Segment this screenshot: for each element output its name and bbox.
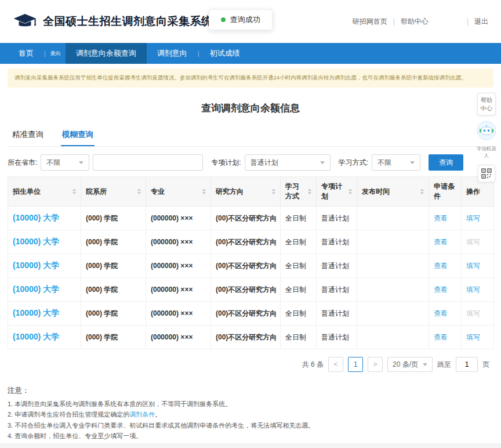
jump-page-input[interactable] [456, 357, 478, 372]
major-cell: (000000) ××× [146, 254, 211, 278]
robot-assistant-icon[interactable] [477, 121, 496, 140]
column-header-dept[interactable]: 院系所 [81, 177, 146, 207]
nav-adjustment-intention[interactable]: 调剂意向 [147, 43, 198, 64]
nav-yixiang[interactable]: 意向 [46, 43, 66, 64]
table-row: (10000) 大学 (000) 学院 (000000) ××× (00)不区分… [8, 207, 494, 230]
table-header-row: 招生单位 院系所 专业 研究方向 学习方式 专项计划 发布时间 申请条件 操作 [8, 177, 494, 207]
province-select-value: 不限 [46, 158, 60, 168]
sort-icon[interactable] [72, 189, 76, 194]
jump-label: 跳至 [437, 360, 451, 370]
view-conditions-link[interactable]: 查看 [434, 214, 448, 222]
brand: 全国硕士生招生调剂意向采集系统 [13, 12, 213, 31]
publish-time-cell [357, 207, 429, 230]
unit-link[interactable]: (10000) 大学 [13, 332, 59, 341]
study-mode-cell: 全日制 [281, 326, 317, 349]
main-content: 查询调剂意向余额信息 精准查询 模糊查询 所在省市: 不限 专项计划: 普通计划… [0, 102, 501, 448]
fill-intention-link[interactable]: 填写 [466, 286, 480, 294]
unit-link[interactable]: (10000) 大学 [13, 308, 59, 317]
sort-icon[interactable] [272, 189, 275, 194]
special-plan-cell: 普通计划 [317, 254, 357, 278]
notice-banner: 调剂意向采集服务系统仅用于招生单位提前掌握考生调剂意愿情况。参加调剂的考生可在调… [8, 68, 493, 88]
special-plan-select-value: 普通计划 [251, 158, 278, 168]
fill-intention-link[interactable]: 填写 [466, 333, 480, 341]
page-size-select[interactable]: 20 条/页 [387, 357, 433, 372]
view-conditions-link[interactable]: 查看 [434, 286, 448, 294]
top-header: 全国硕士生招生调剂意向采集系统 查询成功 研招网首页 | 帮助中心 | 退出 [0, 0, 501, 43]
prev-page-button[interactable]: < [328, 357, 343, 372]
special-plan-cell: 普通计划 [317, 302, 357, 326]
fill-intention-link[interactable]: 填写 [466, 214, 480, 222]
notes-section: 注意： 1. 本调剂意向采集系统与调剂服务系统有本质的区别，不等同于调剂服务系统… [8, 385, 493, 448]
sort-icon[interactable] [137, 189, 141, 194]
logout-link[interactable]: 退出 [474, 17, 488, 27]
success-dot-icon [221, 17, 226, 22]
special-plan-select[interactable]: 普通计划 [245, 154, 331, 171]
publish-time-cell [357, 326, 429, 349]
table-row: (10000) 大学 (000) 学院 (000000) ××× (00)不区分… [8, 326, 494, 349]
sort-icon[interactable] [202, 189, 206, 194]
province-label: 所在省市: [8, 158, 37, 168]
help-center-link[interactable]: 帮助中心 [401, 17, 429, 27]
study-mode-select[interactable]: 不限 [372, 154, 420, 171]
fill-intention-link[interactable]: 填写 [466, 262, 480, 270]
tab-precise-query[interactable]: 精准查询 [11, 123, 45, 146]
keyword-input[interactable] [93, 154, 203, 171]
column-header-publish-time[interactable]: 发布时间 [357, 177, 429, 207]
major-cell: (000000) ××× [146, 278, 211, 302]
nav-exam-score[interactable]: 初试成绩 [199, 43, 251, 64]
yanzhao-home-link[interactable]: 研招网首页 [353, 17, 387, 27]
direction-cell: (00)不区分研究方向 [211, 326, 281, 349]
unit-link[interactable]: (10000) 大学 [13, 284, 59, 294]
current-page-button[interactable]: 1 [348, 357, 363, 372]
table-row: (10000) 大学 (000) 学院 (000000) ××× (00)不区分… [8, 254, 494, 278]
unit-link[interactable]: (10000) 大学 [13, 237, 59, 246]
dept-cell: (000) 学院 [81, 207, 146, 230]
column-header-unit[interactable]: 招生单位 [8, 177, 81, 207]
column-header-apply-conditions: 申请条件 [429, 177, 462, 207]
direction-cell: (00)不区分研究方向 [211, 278, 281, 302]
table-row: (10000) 大学 (000) 学院 (000000) ××× (00)不区分… [8, 230, 494, 254]
unit-link[interactable]: (10000) 大学 [13, 261, 59, 270]
total-count: 共 6 条 [302, 360, 324, 370]
publish-time-cell [357, 278, 429, 302]
view-conditions-link[interactable]: 查看 [434, 238, 448, 246]
view-conditions-link[interactable]: 查看 [434, 309, 448, 317]
view-conditions-link[interactable]: 查看 [434, 333, 448, 341]
help-center-float-button[interactable]: 帮助中心 [477, 93, 496, 115]
sort-icon[interactable] [420, 189, 424, 194]
column-header-study-mode[interactable]: 学习方式 [281, 177, 317, 207]
horizontal-scrollbar[interactable] [0, 443, 501, 448]
chevron-down-icon [79, 161, 84, 164]
special-plan-label: 专项计划: [211, 158, 241, 168]
nav-balance-query[interactable]: 调剂意向余额查询 [66, 43, 147, 64]
separator: | [393, 17, 395, 26]
dept-cell: (000) 学院 [81, 230, 146, 254]
study-mode-select-value: 不限 [377, 158, 391, 168]
study-mode-cell: 全日制 [281, 302, 317, 326]
adjustment-conditions-link[interactable]: 调剂条件 [129, 411, 155, 418]
study-mode-cell: 全日制 [281, 254, 317, 278]
site-title: 全国硕士生招生调剂意向采集系统 [43, 14, 213, 29]
next-page-button[interactable]: > [368, 357, 383, 372]
sort-icon[interactable] [308, 189, 311, 194]
direction-cell: (00)不区分研究方向 [211, 230, 281, 254]
floating-tools: 帮助中心 学信机器人 [475, 93, 498, 182]
column-header-special-plan[interactable]: 专项计划 [317, 177, 357, 207]
fill-intention-link-disabled: 填写 [466, 309, 480, 317]
unit-link[interactable]: (10000) 大学 [13, 213, 59, 222]
qr-code-button[interactable] [478, 165, 495, 182]
nav-home[interactable]: 首页 [8, 43, 44, 64]
major-cell: (000000) ××× [146, 207, 211, 230]
tab-fuzzy-query[interactable]: 模糊查询 [61, 123, 95, 146]
view-conditions-link[interactable]: 查看 [434, 262, 448, 270]
study-mode-cell: 全日制 [281, 278, 317, 302]
toast-text: 查询成功 [230, 15, 260, 25]
robot-assistant-label: 学信机器人 [475, 146, 498, 160]
qr-code-icon [481, 168, 492, 179]
column-header-major[interactable]: 专业 [146, 177, 211, 207]
search-button[interactable]: 查询 [429, 154, 463, 171]
balance-table: 招生单位 院系所 专业 研究方向 学习方式 专项计划 发布时间 申请条件 操作 … [8, 176, 494, 349]
sort-icon[interactable] [348, 189, 352, 194]
province-select[interactable]: 不限 [41, 154, 89, 171]
column-header-direction[interactable]: 研究方向 [211, 177, 281, 207]
